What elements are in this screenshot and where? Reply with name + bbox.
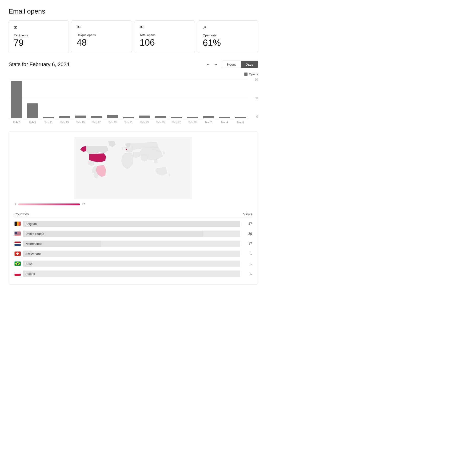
country-row-3: Switzerland1 <box>15 249 252 259</box>
bar-group-13 <box>217 78 232 118</box>
bar-12 <box>203 116 214 118</box>
bar-14 <box>235 117 246 118</box>
bar-group-6 <box>104 78 120 118</box>
total-opens-value: 106 <box>140 38 190 48</box>
bar-group-1 <box>25 78 41 118</box>
svg-rect-12 <box>15 235 21 235</box>
country-name-1: United States <box>26 232 44 235</box>
flag-pl <box>15 271 21 276</box>
days-toggle-button[interactable]: Days <box>241 61 258 68</box>
bar-5 <box>91 116 102 118</box>
bar-8 <box>139 115 150 118</box>
bar-group-14 <box>232 78 248 118</box>
countries-header: Countries Views <box>15 211 252 218</box>
header-views: Views <box>243 212 252 216</box>
bar-group-3 <box>57 78 73 118</box>
country-name-2: Netherlands <box>26 242 42 245</box>
bar-group-5 <box>89 78 104 118</box>
country-views-0: 47 <box>243 222 252 226</box>
map-scale: 1 47 <box>15 203 252 206</box>
country-row-2: Netherlands17 <box>15 239 252 249</box>
recipients-value: 79 <box>14 38 64 48</box>
country-views-5: 1 <box>243 272 252 276</box>
next-arrow-button[interactable]: → <box>213 62 219 67</box>
country-bar-fill-0 <box>23 221 240 227</box>
eye-icon-unique: 👁 <box>77 25 127 30</box>
bar-3 <box>59 116 70 118</box>
stat-card-open-rate: ↗ Open rate 61% <box>198 20 258 53</box>
x-label-7: Feb 21 <box>120 121 136 124</box>
bar-7 <box>123 117 134 118</box>
x-label-1: Feb 9 <box>25 121 41 124</box>
stat-card-recipients: ✉ Recipients 79 <box>8 20 69 53</box>
recipients-label: Recipients <box>14 33 64 37</box>
country-row-5: Poland1 <box>15 269 252 279</box>
x-label-3: Feb 13 <box>57 121 73 124</box>
trending-up-icon: ↗ <box>203 25 253 30</box>
country-views-1: 39 <box>243 232 252 236</box>
bar-13 <box>219 117 230 118</box>
x-label-11: Feb 29 <box>185 121 200 124</box>
bars-wrapper <box>8 78 248 118</box>
bar-4 <box>75 115 86 118</box>
bar-group-2 <box>41 78 56 118</box>
legend-label: Opens <box>249 73 258 76</box>
x-label-8: Feb 23 <box>137 121 153 124</box>
flag-nl <box>15 242 21 246</box>
country-bar-wrapper-4: Brazil <box>23 261 240 267</box>
country-name-4: Brazil <box>26 262 33 265</box>
country-bar-wrapper-1: United States <box>23 230 240 237</box>
prev-arrow-button[interactable]: ← <box>205 62 211 67</box>
country-bar-wrapper-5: Poland <box>23 271 240 277</box>
y-label-30: 30 <box>249 97 258 100</box>
country-row-1: United States39 <box>15 229 252 239</box>
section-title: Stats for February 6, 2024 <box>8 61 69 67</box>
flag-ch <box>15 252 21 256</box>
country-bar-wrapper-3: Switzerland <box>23 251 240 257</box>
total-opens-label: Total opens <box>140 33 190 37</box>
hours-toggle-button[interactable]: Hours <box>222 61 241 68</box>
bar-0 <box>11 81 22 118</box>
x-label-6: Feb 19 <box>104 121 120 124</box>
bar-group-9 <box>153 78 169 118</box>
legend-color-box <box>244 73 247 76</box>
toggle-buttons: Hours Days <box>222 61 258 68</box>
bar-group-4 <box>73 78 89 118</box>
map-section: 1 47 Countries Views Belgium47United Sta… <box>8 131 258 285</box>
x-label-2: Feb 11 <box>41 121 56 124</box>
unique-opens-value: 48 <box>77 38 127 48</box>
country-views-4: 1 <box>243 262 252 265</box>
scale-max: 47 <box>82 203 85 206</box>
x-label-4: Feb 15 <box>73 121 89 124</box>
x-labels: Feb 7Feb 9Feb 11Feb 13Feb 15Feb 17Feb 19… <box>8 119 248 125</box>
x-label-12: Mar 2 <box>200 121 216 124</box>
x-label-14: Mar 6 <box>232 121 248 124</box>
bar-group-12 <box>200 78 216 118</box>
world-map-container <box>15 137 252 199</box>
svg-rect-13 <box>15 235 21 235</box>
world-map <box>15 137 252 199</box>
x-label-0: Feb 7 <box>8 121 25 124</box>
flag-be <box>15 222 21 226</box>
country-name-0: Belgium <box>26 222 37 225</box>
x-label-9: Feb 25 <box>153 121 169 124</box>
eye-icon-total: 👁 <box>140 25 190 30</box>
scale-bar <box>18 204 80 205</box>
chart-legend: Opens <box>8 73 258 76</box>
header-country: Countries <box>15 212 29 216</box>
country-name-5: Poland <box>26 272 35 275</box>
country-rows: Belgium47United States39Netherlands17Swi… <box>15 219 252 279</box>
x-label-13: Mar 4 <box>217 121 232 124</box>
bar-group-11 <box>185 78 200 118</box>
section-header: Stats for February 6, 2024 ← → Hours Day… <box>8 61 258 68</box>
chart-y-labels: 60 30 0 <box>249 78 258 118</box>
flag-us <box>15 231 21 236</box>
bar-1 <box>27 103 38 118</box>
stat-card-total-opens: 👁 Total opens 106 <box>135 20 195 53</box>
header-controls: ← → Hours Days <box>205 61 258 68</box>
country-bar-wrapper-0: Belgium <box>23 221 240 227</box>
bar-9 <box>155 116 166 118</box>
page-title: Email opens <box>8 8 258 15</box>
open-rate-value: 61% <box>203 38 253 48</box>
country-row-4: Brazil1 <box>15 259 252 269</box>
